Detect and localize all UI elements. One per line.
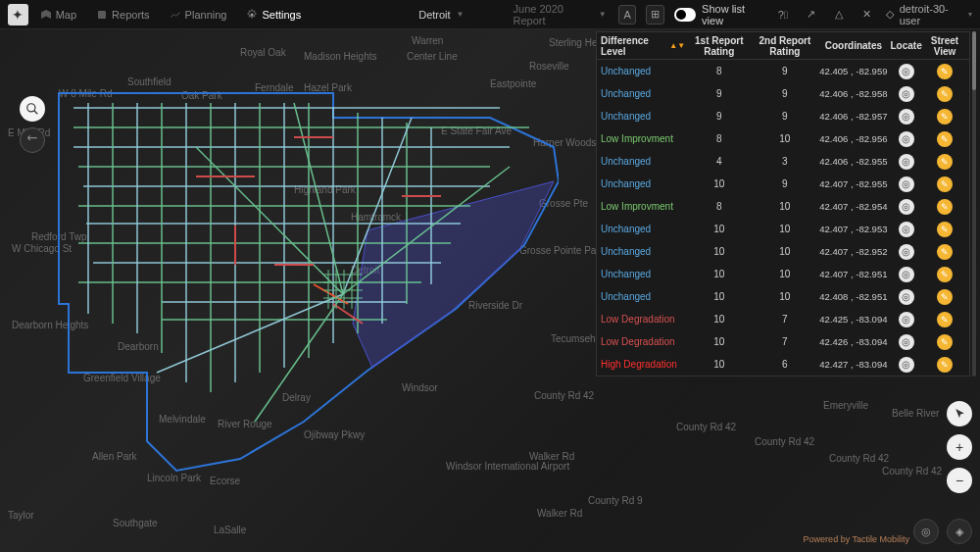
locate-button[interactable]: ◎: [899, 176, 914, 192]
cell-rating1: 10: [687, 336, 751, 347]
help-button[interactable]: ?⃝: [774, 5, 793, 25]
cell-difference: Unchanged: [601, 111, 685, 122]
user-menu[interactable]: ◇detroit-30-user▾: [886, 3, 972, 26]
streetview-button[interactable]: ✎: [937, 109, 953, 125]
planning-icon: [170, 9, 181, 21]
streetview-button[interactable]: ✎: [937, 176, 953, 192]
share-button[interactable]: ↗: [802, 5, 820, 25]
streetview-button[interactable]: ✎: [937, 289, 953, 305]
locate-button[interactable]: ◎: [899, 64, 914, 79]
locate-button[interactable]: ◎: [899, 131, 914, 147]
table-row[interactable]: Unchanged101042.408 , -82.951◎✎: [597, 285, 969, 308]
chevron-down-icon: ▾: [968, 10, 972, 19]
table-row[interactable]: Unchanged10942.407 , -82.955◎✎: [597, 173, 969, 195]
table-row[interactable]: Low Degradation10742.426 , -83.094◎✎: [597, 330, 969, 353]
layers-button[interactable]: [20, 127, 45, 153]
table-header: Difference Level▲▼ 1st Report Rating 2nd…: [597, 32, 969, 60]
cell-rating1: 4: [687, 156, 751, 167]
header-coords[interactable]: Coordinates: [818, 40, 888, 51]
user-icon: ◇: [886, 8, 894, 21]
cell-rating1: 10: [687, 269, 751, 279]
table-row[interactable]: Unchanged4342.406 , -82.955◎✎: [597, 150, 969, 173]
streetview-button[interactable]: ✎: [937, 64, 953, 79]
cursor-tool[interactable]: [947, 401, 972, 427]
locate-button[interactable]: ◎: [899, 334, 914, 350]
header-rating1[interactable]: 1st Report Rating: [687, 35, 751, 57]
cell-rating2: 7: [753, 314, 816, 325]
zoom-in-button[interactable]: +: [947, 434, 972, 460]
locate-button[interactable]: ◎: [899, 222, 914, 237]
header-rating2[interactable]: 2nd Report Rating: [753, 35, 816, 57]
credit-text: Powered by Tactile Mobility: [804, 534, 909, 544]
recenter-button[interactable]: ◎: [913, 519, 939, 544]
filter-button-b[interactable]: ⊞: [646, 5, 664, 25]
streetview-button[interactable]: ✎: [937, 267, 953, 282]
nav-planning[interactable]: Planning: [162, 5, 235, 25]
table-row[interactable]: Low Degradation10742.425 , -83.094◎✎: [597, 308, 969, 330]
locate-button[interactable]: ◎: [899, 244, 914, 260]
table-row[interactable]: Unchanged101042.407 , -82.951◎✎: [597, 263, 969, 285]
locate-button[interactable]: ◎: [899, 267, 914, 282]
streetview-button[interactable]: ✎: [937, 154, 953, 170]
streetview-button[interactable]: ✎: [937, 131, 953, 147]
cell-rating2: 10: [753, 291, 816, 302]
list-view-toggle[interactable]: Show list view: [674, 3, 764, 26]
gear-icon: [246, 9, 258, 21]
table-row[interactable]: Unchanged101042.407 , -82.953◎✎: [597, 218, 969, 240]
table-scrollbar[interactable]: [972, 31, 976, 376]
table-row[interactable]: Unchanged101042.407 , -82.952◎✎: [597, 240, 969, 263]
table-row[interactable]: Low Improvment81042.407 , -82.954◎✎: [597, 195, 969, 218]
table-row[interactable]: Low Improvment81042.406 , -82.956◎✎: [597, 127, 969, 150]
cell-coords: 42.408 , -82.951: [818, 291, 888, 302]
nav-map[interactable]: Map: [32, 5, 84, 25]
cell-coords: 42.405 , -82.959: [818, 66, 888, 76]
table-body: Unchanged8942.405 , -82.959◎✎Unchanged99…: [597, 60, 969, 376]
cube-tool[interactable]: ◈: [947, 519, 972, 544]
table-row[interactable]: Unchanged9942.406 , -82.958◎✎: [597, 82, 969, 105]
header-locate[interactable]: Locate: [890, 40, 922, 51]
cell-rating1: 9: [687, 111, 751, 122]
nav-reports[interactable]: Reports: [88, 5, 158, 25]
cell-rating2: 10: [753, 133, 816, 144]
locate-button[interactable]: ◎: [899, 154, 914, 170]
table-row[interactable]: Unchanged8942.405 , -82.959◎✎: [597, 60, 969, 82]
close-button[interactable]: ✕: [858, 5, 876, 25]
streetview-button[interactable]: ✎: [937, 199, 953, 215]
report-selector[interactable]: June 2020 Report▼: [506, 0, 614, 29]
streetview-button[interactable]: ✎: [937, 334, 953, 350]
search-icon: [25, 102, 39, 116]
streetview-button[interactable]: ✎: [937, 222, 953, 237]
cell-coords: 42.407 , -82.952: [818, 246, 888, 257]
cell-coords: 42.407 , -82.951: [818, 269, 888, 279]
streetview-button[interactable]: ✎: [937, 312, 953, 327]
locate-button[interactable]: ◎: [899, 357, 914, 373]
locate-button[interactable]: ◎: [899, 312, 914, 327]
cell-rating2: 6: [753, 359, 816, 370]
layers-icon: [25, 133, 39, 147]
streetview-button[interactable]: ✎: [937, 244, 953, 260]
filter-button-a[interactable]: A: [618, 5, 637, 25]
table-row[interactable]: High Degradation10642.427 , -83.094◎✎: [597, 353, 969, 376]
header-difference[interactable]: Difference Level▲▼: [601, 35, 685, 57]
svg-line-29: [196, 147, 343, 294]
locate-button[interactable]: ◎: [899, 86, 914, 102]
cell-rating2: 10: [753, 246, 816, 257]
cell-difference: Unchanged: [601, 66, 685, 76]
cell-coords: 42.426 , -83.094: [818, 336, 888, 347]
zoom-out-button[interactable]: −: [947, 468, 972, 493]
notifications-button[interactable]: △: [830, 5, 849, 25]
nav-settings[interactable]: Settings: [238, 5, 309, 25]
cell-rating2: 10: [753, 224, 816, 234]
header-streetview[interactable]: Street View: [924, 35, 965, 57]
search-button[interactable]: [20, 96, 45, 122]
locate-button[interactable]: ◎: [899, 109, 914, 125]
cell-rating1: 10: [687, 246, 751, 257]
streetview-button[interactable]: ✎: [937, 357, 953, 373]
streetview-button[interactable]: ✎: [937, 86, 953, 102]
chevron-down-icon: ▼: [599, 10, 607, 19]
locate-button[interactable]: ◎: [899, 199, 914, 215]
locate-button[interactable]: ◎: [899, 289, 914, 305]
table-row[interactable]: Unchanged9942.406 , -82.957◎✎: [597, 105, 969, 127]
cell-rating1: 10: [687, 178, 751, 189]
city-selector[interactable]: Detroit▼: [411, 6, 471, 24]
